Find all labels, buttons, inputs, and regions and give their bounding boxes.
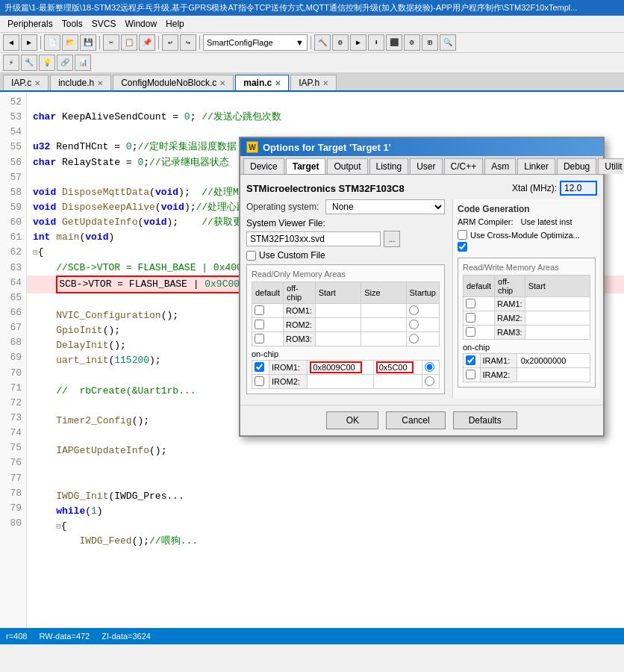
dtab-linker[interactable]: Linker [517,158,555,174]
rom3-size-input[interactable] [364,333,403,345]
ram1-start-input[interactable] [528,298,587,310]
toolbar-paste[interactable]: 📌 [139,34,155,51]
menu-tools[interactable]: Tools [57,17,87,31]
rom2-start-input[interactable] [318,319,359,331]
dtab-utilit[interactable]: Utilit [598,158,624,174]
dtab-user[interactable]: User [410,158,442,174]
toolbar-download[interactable]: ⬇ [368,34,384,51]
iram2-default-check[interactable] [466,370,475,379]
rom3-startup-radio[interactable] [409,334,419,343]
rom2-size-input[interactable] [364,319,403,331]
irom2-startup-radio[interactable] [425,376,434,386]
tab-include-h[interactable]: include.h ✕ [50,75,111,90]
use-microlib-check[interactable] [458,242,467,252]
toolbar-cut[interactable]: ✂ [103,34,119,51]
toolbar-r2-1[interactable]: ⚡ [3,55,19,71]
toolbar-new[interactable]: 📄 [44,34,60,51]
toolbar-r2-5[interactable]: 📊 [75,55,91,71]
os-select[interactable]: None [325,199,445,214]
irom2-default-check[interactable] [255,376,264,386]
dtab-asm[interactable]: Asm [484,158,516,174]
rom3-default-check[interactable] [255,334,264,343]
toolbar-r2-2[interactable]: 🔧 [21,55,37,71]
rom2-default-check[interactable] [255,320,264,329]
irom1-default-check[interactable] [255,362,264,372]
menu-window[interactable]: Window [120,17,161,31]
ram2-default-check[interactable] [466,313,475,323]
ram3-start-input[interactable] [528,326,587,338]
xtal-input[interactable] [560,181,597,196]
toolbar-settings[interactable]: ⚙ [404,34,420,51]
toolbar-redo[interactable]: ↪ [180,34,196,51]
svf-browse-btn[interactable]: ... [384,231,400,247]
tab-close[interactable]: ✕ [97,79,103,87]
tab-close[interactable]: ✕ [322,79,328,87]
irom1-size-input[interactable] [376,361,414,373]
tab-close[interactable]: ✕ [219,79,225,87]
dialog-ok-button[interactable]: OK [326,411,378,429]
menu-svcs[interactable]: SVCS [87,17,121,31]
rom-section: Read/Only Memory Areas default off-chip … [246,264,445,394]
rom2-startup-radio[interactable] [409,320,419,329]
toolbar-r2-4[interactable]: 🔗 [57,55,73,71]
iram-table: IRAM1: IRAM2: [463,353,590,382]
rom3-start-input[interactable] [318,333,359,345]
dtab-target[interactable]: Target [286,158,326,174]
irom1-start-input[interactable] [310,361,362,373]
toolbar-r2-3[interactable]: 💡 [39,55,55,71]
dialog-defaults-button[interactable]: Defaults [453,411,517,429]
toolbar-copy[interactable]: 📋 [121,34,137,51]
code-area: 52 53 54 55 56 57 58 59 60 61 62 63 64 6… [0,92,624,644]
tab-close[interactable]: ✕ [34,79,40,87]
toolbar-config-dropdown[interactable]: SmartConfigFlage ▼ [203,34,308,51]
rom-col-start: Start [315,282,361,304]
dtab-device[interactable]: Device [243,158,284,174]
toolbar-rebuild[interactable]: ⚙ [332,34,349,51]
svf-input[interactable] [246,231,381,246]
menu-help[interactable]: Help [161,17,189,31]
rom1-default-check[interactable] [255,305,264,315]
toolbar-grid[interactable]: ⊞ [422,34,438,51]
svf-row: ... [246,231,445,247]
toolbar-debug[interactable]: ▶ [350,34,366,51]
tab-close[interactable]: ✕ [275,79,281,87]
dtab-output[interactable]: Output [327,158,367,174]
toolbar-save[interactable]: 💾 [80,34,96,51]
rom-col-size: Size [361,282,406,304]
rom1-startup-radio[interactable] [409,305,419,315]
dtab-cpp[interactable]: C/C++ [444,158,484,174]
ram3-default-check[interactable] [466,327,475,337]
tab-iap-c[interactable]: IAP.c ✕ [3,75,49,90]
toolbar-back[interactable]: ◀ [3,34,19,51]
irom1-startup-radio[interactable] [425,362,434,372]
dtab-listing[interactable]: Listing [369,158,409,174]
tab-config-c[interactable]: ConfigModuleNoBlock.c ✕ [113,75,234,90]
tab-main-c[interactable]: main.c ✕ [235,75,289,90]
iram1-default-check[interactable] [466,355,475,365]
ram1-default-check[interactable] [466,299,475,308]
rom1-size-input[interactable] [364,305,403,317]
use-custom-file-check[interactable] [246,251,256,261]
irom2-size-input[interactable] [376,376,414,388]
toolbar-fwd[interactable]: ▶ [21,34,37,51]
ram1-row: RAM1: [464,297,590,311]
toolbar-sep3 [158,36,159,49]
toolbar-search[interactable]: 🔍 [440,34,456,51]
iram2-start-input[interactable] [520,369,579,381]
dtab-debug[interactable]: Debug [557,158,596,174]
toolbar-stop[interactable]: ⬛ [386,34,402,51]
irom2-start-input[interactable] [310,376,362,388]
menu-peripherals[interactable]: Peripherals [3,17,57,31]
dialog-icon: W [246,141,258,153]
dialog-cancel-button[interactable]: Cancel [386,411,445,429]
options-dialog: W Options for Target 'Target 1' Device T… [239,137,605,437]
toolbar-open[interactable]: 📂 [62,34,78,51]
ram2-start-input[interactable] [528,312,587,324]
toolbar-build[interactable]: 🔨 [314,34,331,51]
tab-iap-h[interactable]: IAP.h ✕ [290,75,337,90]
os-row: Operating system: None [246,199,445,214]
iram1-start-input[interactable] [520,355,579,367]
toolbar-undo[interactable]: ↩ [162,34,178,51]
cross-module-opt-check[interactable] [458,230,467,240]
rom1-start-input[interactable] [318,305,359,317]
